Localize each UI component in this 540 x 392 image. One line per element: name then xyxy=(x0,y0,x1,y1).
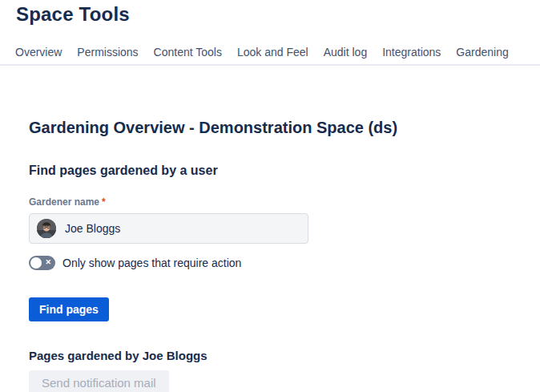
results-heading: Pages gardened by Joe Bloggs xyxy=(29,349,524,362)
gardener-name-input[interactable]: Joe Bloggs xyxy=(29,213,308,244)
tab-content-tools[interactable]: Content Tools xyxy=(154,46,222,59)
gardener-name-label-row: Gardener name* xyxy=(29,196,524,208)
gardener-name-value: Joe Bloggs xyxy=(65,222,120,235)
require-action-toggle[interactable]: ✕ xyxy=(29,256,55,270)
tab-look-and-feel[interactable]: Look and Feel xyxy=(237,46,308,59)
tab-overview[interactable]: Overview xyxy=(15,46,62,59)
find-pages-section-heading: Find pages gardened by a user xyxy=(29,164,524,178)
app-header: Space Tools xyxy=(0,0,540,26)
page-title: Space Tools xyxy=(16,3,540,26)
gardening-overview-panel: Gardening Overview - Demonstration Space… xyxy=(0,66,540,392)
space-tools-tab-bar: Overview Permissions Content Tools Look … xyxy=(0,45,540,66)
require-action-toggle-label: Only show pages that require action xyxy=(62,257,241,269)
cross-icon: ✕ xyxy=(45,259,51,266)
require-action-toggle-row: ✕ Only show pages that require action xyxy=(29,256,524,270)
tab-gardening[interactable]: Gardening xyxy=(456,46,508,59)
gardener-name-label: Gardener name xyxy=(29,196,99,208)
tab-permissions[interactable]: Permissions xyxy=(77,46,138,59)
tab-integrations[interactable]: Integrations xyxy=(382,46,441,59)
find-pages-button[interactable]: Find pages xyxy=(29,297,109,321)
gardening-overview-heading: Gardening Overview - Demonstration Space… xyxy=(29,119,524,136)
send-notification-mail-button[interactable]: Send notification mail xyxy=(29,370,169,392)
user-avatar xyxy=(37,219,56,238)
toggle-knob xyxy=(30,257,42,269)
required-asterisk: * xyxy=(102,196,106,208)
tab-audit-log[interactable]: Audit log xyxy=(324,46,367,59)
